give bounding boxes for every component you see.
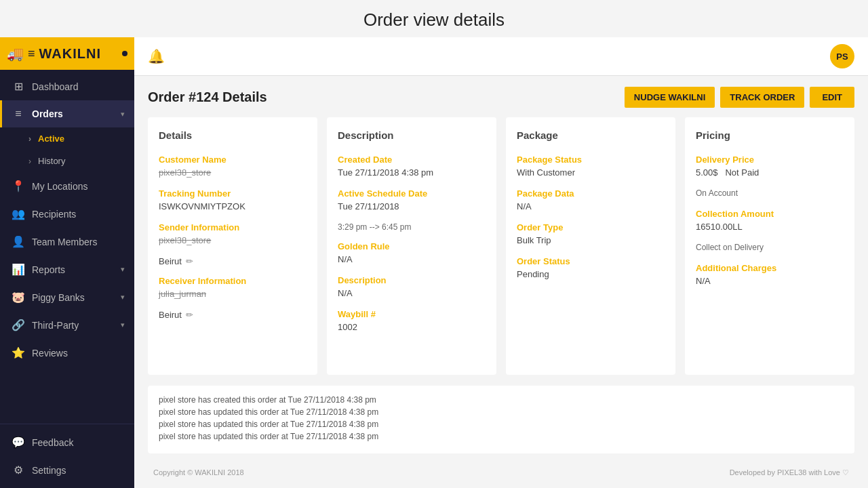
sidebar-item-label: Dashboard bbox=[32, 81, 79, 92]
order-type-label: Order Type bbox=[517, 222, 665, 232]
order-status-value: Pending bbox=[517, 269, 665, 279]
sidebar-item-label: Orders bbox=[32, 108, 63, 119]
developed-by-text: Developed by PIXEL38 with Love ♡ bbox=[724, 463, 854, 483]
receiver-info-label: Receiver Information bbox=[159, 276, 307, 286]
delivery-price-account: On Account bbox=[696, 188, 844, 198]
activity-line: pixel store has updated this order at Tu… bbox=[159, 420, 844, 429]
sidebar-item-label: Reports bbox=[32, 264, 65, 275]
receiver-location-row: Beirut ✏ bbox=[159, 310, 307, 320]
nudge-wakilni-button[interactable]: NUDGE WAKILNI bbox=[625, 87, 715, 108]
package-data-value: N/A bbox=[517, 201, 665, 211]
reviews-icon: ⭐ bbox=[12, 346, 25, 359]
logo-truck-icon: 🚚 bbox=[7, 45, 24, 62]
order-title: Order #124 Details bbox=[148, 89, 267, 105]
tracking-number-value: ISWKOVNMIYTPZOK bbox=[159, 201, 307, 211]
page-footer: Copyright © WAKILNI 2018 Developed by PI… bbox=[148, 460, 854, 485]
description-card-title: Description bbox=[338, 129, 486, 141]
sidebar-item-label: Piggy Banks bbox=[32, 292, 85, 303]
golden-rule-label: Golden Rule bbox=[338, 241, 486, 251]
collection-amount-value: 16510.00LL bbox=[696, 222, 844, 232]
page-title: Order view details bbox=[0, 0, 868, 37]
sidebar-item-label: History bbox=[38, 156, 65, 166]
location-icon: 📍 bbox=[12, 180, 25, 192]
activity-line: pixel store has updated this order at Tu… bbox=[159, 407, 844, 417]
sender-info-label: Sender Information bbox=[159, 222, 307, 232]
waybill-label: Waybill # bbox=[338, 309, 486, 319]
pricing-card-title: Pricing bbox=[696, 129, 844, 141]
customer-name-value: pixel38_store bbox=[159, 167, 307, 178]
description-field-value: N/A bbox=[338, 288, 486, 298]
order-header: Order #124 Details NUDGE WAKILNI TRACK O… bbox=[148, 87, 854, 108]
sidebar-item-team[interactable]: 👤 Team Members bbox=[0, 228, 134, 256]
settings-icon: ⚙ bbox=[12, 464, 25, 476]
receiver-name-value: julia_jurman bbox=[159, 289, 307, 299]
track-order-button[interactable]: TRACK ORDER bbox=[720, 87, 804, 108]
chevron-right-icon: › bbox=[28, 157, 31, 166]
sidebar-item-label: Reviews bbox=[32, 348, 68, 359]
delivery-price-label: Delivery Price bbox=[696, 155, 844, 165]
logo-settings-dot bbox=[122, 51, 127, 56]
sidebar-logo: 🚚 ≡ WAKILNI bbox=[0, 37, 134, 70]
activity-line: pixel store has updated this order at Tu… bbox=[159, 432, 844, 441]
sidebar-item-locations[interactable]: 📍 My Locations bbox=[0, 172, 134, 200]
order-status-label: Order Status bbox=[517, 256, 665, 266]
user-avatar[interactable]: PS bbox=[830, 44, 854, 68]
content-area: Order #124 Details NUDGE WAKILNI TRACK O… bbox=[134, 76, 868, 488]
copyright-text: Copyright © WAKILNI 2018 bbox=[148, 463, 250, 483]
edit-order-button[interactable]: EDIT bbox=[810, 87, 854, 108]
sender-location-value: Beirut bbox=[159, 256, 182, 266]
sidebar-bottom-nav: 💬 Feedback ⚙ Settings bbox=[0, 424, 134, 488]
description-card: Description Created Date Tue 27/11/2018 … bbox=[327, 117, 496, 375]
sidebar-item-history[interactable]: › History bbox=[0, 150, 134, 172]
receiver-edit-icon[interactable]: ✏ bbox=[186, 310, 193, 320]
active-schedule-label: Active Schedule Date bbox=[338, 188, 486, 199]
sender-edit-icon[interactable]: ✏ bbox=[186, 256, 193, 266]
sidebar-item-active[interactable]: › Active bbox=[0, 127, 134, 150]
package-data-label: Package Data bbox=[517, 188, 665, 199]
order-type-value: Bulk Trip bbox=[517, 235, 665, 245]
sidebar-navigation: ⊞ Dashboard ≡ Orders ▾ › Active › Histor… bbox=[0, 70, 134, 424]
feedback-icon: 💬 bbox=[12, 436, 25, 449]
tracking-number-label: Tracking Number bbox=[159, 188, 307, 199]
activity-line: pixel store has created this order at Tu… bbox=[159, 395, 844, 405]
reports-icon: 📊 bbox=[12, 263, 25, 276]
sender-name-value: pixel38_store bbox=[159, 235, 307, 245]
sidebar-item-label: Recipients bbox=[32, 209, 76, 220]
sidebar-item-recipients[interactable]: 👥 Recipients bbox=[0, 200, 134, 228]
chevron-down-icon: ▾ bbox=[121, 321, 125, 329]
additional-charges-label: Additional Charges bbox=[696, 263, 844, 273]
description-field-label: Description bbox=[338, 275, 486, 285]
sidebar-item-dashboard[interactable]: ⊞ Dashboard bbox=[0, 73, 134, 100]
golden-rule-value: N/A bbox=[338, 254, 486, 264]
sidebar-item-reports[interactable]: 📊 Reports ▾ bbox=[0, 256, 134, 283]
recipients-icon: 👥 bbox=[12, 207, 25, 220]
package-card: Package Package Status With Customer Pac… bbox=[506, 117, 675, 375]
customer-name-label: Customer Name bbox=[159, 155, 307, 165]
sidebar-item-feedback[interactable]: 💬 Feedback bbox=[0, 428, 134, 456]
package-status-value: With Customer bbox=[517, 167, 665, 178]
sidebar-item-label: My Locations bbox=[32, 181, 87, 192]
sidebar-item-label: Team Members bbox=[32, 237, 97, 247]
active-schedule-date: Tue 27/11/2018 bbox=[338, 201, 486, 211]
sidebar-item-label: Feedback bbox=[32, 437, 73, 448]
logo-lines-icon: ≡ bbox=[28, 47, 35, 61]
chevron-down-icon: ▾ bbox=[121, 265, 125, 274]
sidebar-item-orders[interactable]: ≡ Orders ▾ bbox=[0, 100, 134, 127]
pricing-card: Pricing Delivery Price 5.00$ Not Paid On… bbox=[685, 117, 854, 375]
active-schedule-time: 3:29 pm --> 6:45 pm bbox=[338, 222, 486, 232]
package-status-label: Package Status bbox=[517, 155, 665, 165]
delivery-price-amount: 5.00$ Not Paid bbox=[696, 167, 844, 178]
notifications-bell-button[interactable]: 🔔 bbox=[148, 48, 165, 64]
sidebar-item-label: Settings bbox=[32, 465, 66, 476]
chevron-down-icon: ▾ bbox=[121, 110, 125, 119]
sidebar-item-piggy[interactable]: 🐷 Piggy Banks ▾ bbox=[0, 283, 134, 311]
sidebar-item-third-party[interactable]: 🔗 Third-Party ▾ bbox=[0, 311, 134, 339]
dashboard-icon: ⊞ bbox=[12, 80, 25, 93]
delivery-price-status: Not Paid bbox=[725, 167, 759, 178]
waybill-value: 1002 bbox=[338, 322, 486, 332]
activity-log: pixel store has created this order at Tu… bbox=[148, 386, 854, 453]
collection-amount-label: Collection Amount bbox=[696, 209, 844, 219]
package-card-title: Package bbox=[517, 129, 665, 141]
sidebar-item-settings[interactable]: ⚙ Settings bbox=[0, 456, 134, 484]
sidebar-item-reviews[interactable]: ⭐ Reviews bbox=[0, 339, 134, 367]
